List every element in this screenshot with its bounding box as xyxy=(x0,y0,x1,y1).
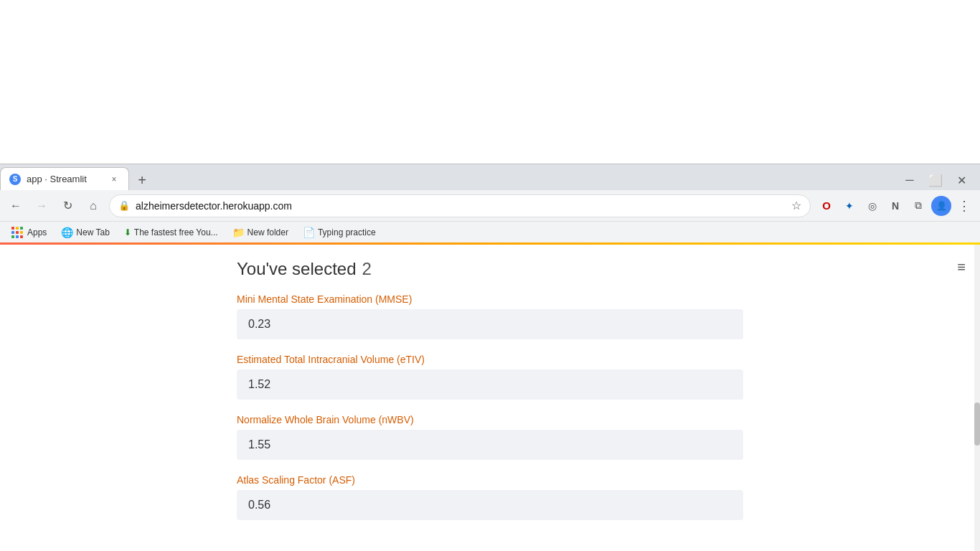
forward-button[interactable]: → xyxy=(32,196,52,216)
field-nwbv-label: Normalize Whole Brain Volume (nWBV) xyxy=(237,414,743,425)
opera-icon: O xyxy=(822,199,831,212)
top-space xyxy=(0,0,980,164)
field-asf: Atlas Scaling Factor (ASF) 0.56 xyxy=(237,474,743,520)
bookmark-apps[interactable]: Apps xyxy=(6,225,52,240)
bookmark-typing[interactable]: 📄 Typing practice xyxy=(297,225,382,240)
profile-button[interactable]: 👤 xyxy=(931,196,951,216)
tab-title: app · Streamlit xyxy=(27,174,103,184)
notion-icon: N xyxy=(892,200,899,212)
download-icon: ⬇ xyxy=(124,227,131,237)
browser-chrome: S app · Streamlit × + ─ ⬜ ✕ ← → ↻ ⌂ 🔒 al… xyxy=(0,164,980,245)
selected-heading-text: You've selected xyxy=(237,259,357,279)
bookmark-newtab-label: New Tab xyxy=(76,227,109,237)
selected-count: 2 xyxy=(362,259,372,279)
field-nwbv: Normalize Whole Brain Volume (nWBV) 1.55 xyxy=(237,414,743,460)
globe-icon: 🌐 xyxy=(61,227,73,238)
field-mmse-label: Mini Mental State Examination (MMSE) xyxy=(237,293,743,305)
field-asf-value: 0.56 xyxy=(237,490,743,520)
dropbox-extension-button[interactable]: ✦ xyxy=(839,196,859,216)
field-mmse-value: 0.23 xyxy=(237,309,743,339)
bookmark-typing-label: Typing practice xyxy=(318,227,376,237)
tab-close-button[interactable]: × xyxy=(108,174,120,185)
field-nwbv-value: 1.55 xyxy=(237,430,743,460)
dropbox-icon: ✦ xyxy=(845,200,854,212)
notion-extension-button[interactable]: N xyxy=(885,196,905,216)
puzzle-extension-button[interactable]: ⧉ xyxy=(908,196,928,216)
minimize-button[interactable]: ─ xyxy=(900,170,920,190)
bookmark-fastest[interactable]: ⬇ The fastest free You... xyxy=(118,226,224,239)
field-asf-label: Atlas Scaling Factor (ASF) xyxy=(237,474,743,486)
url-text: alzheimersdetector.herokuapp.com xyxy=(136,200,786,212)
tab-favicon: S xyxy=(9,174,21,185)
typing-icon: 📄 xyxy=(303,227,315,238)
shield-extension-button[interactable]: ◎ xyxy=(862,196,882,216)
navigation-bar: ← → ↻ ⌂ 🔒 alzheimersdetector.herokuapp.c… xyxy=(0,190,980,222)
bookmark-folder-label: New folder xyxy=(248,227,288,237)
bookmarks-bar: Apps 🌐 New Tab ⬇ The fastest free You...… xyxy=(0,222,980,245)
shield-icon: ◎ xyxy=(868,200,877,212)
home-button[interactable]: ⌂ xyxy=(83,196,103,216)
new-tab-button[interactable]: + xyxy=(132,170,152,190)
puzzle-icon: ⧉ xyxy=(915,199,922,212)
selected-heading: You've selected 2 xyxy=(237,259,743,279)
folder-icon: 📁 xyxy=(232,227,245,238)
bookmark-apps-label: Apps xyxy=(27,227,47,237)
field-etiv-value: 1.52 xyxy=(237,369,743,400)
field-etiv-label: Estimated Total Intracranial Volume (eTI… xyxy=(237,354,743,365)
page-content: ≡ You've selected 2 Mini Mental State Ex… xyxy=(0,245,980,551)
lock-icon: 🔒 xyxy=(118,200,130,211)
address-bar[interactable]: 🔒 alzheimersdetector.herokuapp.com ☆ xyxy=(109,194,811,217)
hamburger-menu-button[interactable]: ≡ xyxy=(957,259,966,276)
extensions-area: O ✦ ◎ N ⧉ 👤 ⋮ xyxy=(816,196,974,216)
back-button[interactable]: ← xyxy=(6,196,26,216)
browser-menu-button[interactable]: ⋮ xyxy=(954,196,974,216)
bookmark-new-tab[interactable]: 🌐 New Tab xyxy=(55,225,115,240)
profile-icon: 👤 xyxy=(936,201,947,211)
bookmark-star-icon[interactable]: ☆ xyxy=(791,199,801,212)
field-mmse: Mini Mental State Examination (MMSE) 0.2… xyxy=(237,293,743,339)
opera-extension-button[interactable]: O xyxy=(816,196,837,216)
field-etiv: Estimated Total Intracranial Volume (eTI… xyxy=(237,354,743,400)
reload-button[interactable]: ↻ xyxy=(57,196,77,216)
bookmark-fastest-label: The fastest free You... xyxy=(134,227,218,237)
maximize-button[interactable]: ⬜ xyxy=(925,170,946,190)
apps-grid-icon xyxy=(11,227,23,238)
scrollbar-track xyxy=(974,245,980,551)
bookmark-new-folder[interactable]: 📁 New folder xyxy=(227,225,294,240)
scrollbar-thumb[interactable] xyxy=(974,402,980,446)
active-tab[interactable]: S app · Streamlit × xyxy=(0,167,129,190)
tab-bar: S app · Streamlit × + ─ ⬜ ✕ xyxy=(0,164,980,190)
close-window-button[interactable]: ✕ xyxy=(951,170,971,190)
